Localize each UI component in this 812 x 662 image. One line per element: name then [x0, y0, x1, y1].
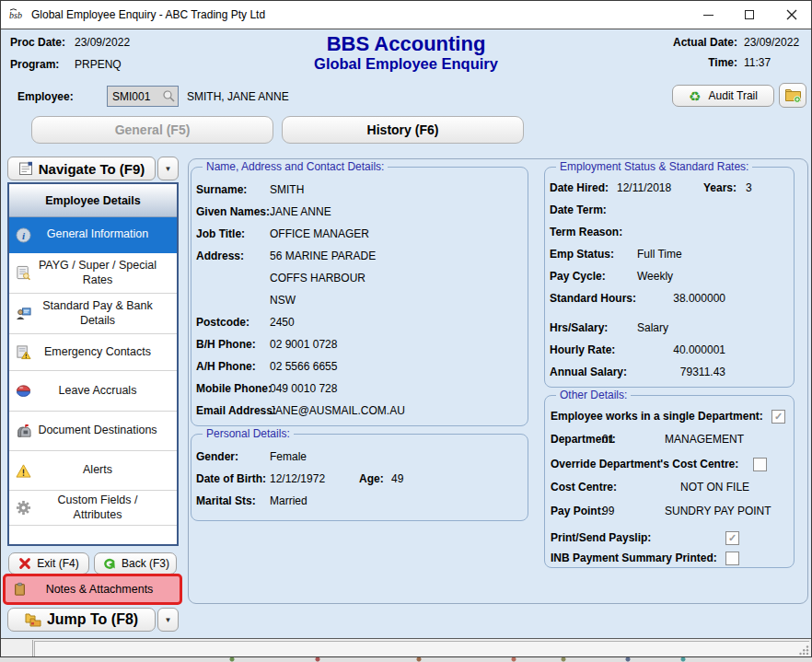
field-value: NSW [270, 294, 296, 307]
field-row: Pay Cycle:Weekly [545, 265, 794, 287]
field-label: Date Term: [550, 203, 607, 216]
sidebar-item-label: General Information [34, 227, 174, 242]
field-value: OFFICE MANAGER [270, 227, 369, 240]
field-value: 02 5566 6655 [270, 360, 337, 373]
clipboard-icon [13, 581, 27, 598]
document-warning-icon [12, 344, 34, 360]
sidebar-item-standard-pay-bank-details[interactable]: Standard Pay & Bank Details [9, 294, 177, 334]
field-value: Full Time [637, 248, 682, 261]
back-button[interactable]: Back (F3) [94, 552, 177, 575]
maximize-button[interactable] [735, 1, 764, 29]
sidebar-item-emergency-contacts[interactable]: Emergency Contacts [9, 334, 177, 371]
employee-code-input[interactable]: SMI001 [107, 86, 179, 107]
field-value: JANE ANNE [270, 205, 331, 218]
age-label: Age: [359, 472, 384, 485]
field-label: Surname: [196, 183, 247, 196]
mailbox-icon [12, 424, 34, 439]
sidebar-item-custom-fields-attributes[interactable]: Custom Fields / Attributes [9, 491, 177, 526]
sphere-icon [12, 383, 34, 399]
field-row: Gender:Female [191, 446, 528, 468]
back-arrow-icon [101, 557, 116, 570]
tab-history[interactable]: History (F6) [282, 116, 524, 144]
chevron-down-icon: ▼ [165, 616, 172, 624]
field-value: 79311.43 [617, 366, 725, 378]
field-label: Pay Cycle: [550, 270, 606, 283]
jump-to-button[interactable]: Jump To (F8) [7, 608, 156, 632]
field-label: Annual Salary: [550, 366, 627, 378]
sidebar-item-alerts[interactable]: Alerts [9, 451, 177, 491]
other-panel-title: Other Details: [556, 389, 631, 401]
years-value: 3 [746, 181, 752, 194]
field-row: Address:56 MARINE PARADE [191, 245, 528, 267]
person-card-icon [12, 306, 34, 321]
field-value: Weekly [637, 270, 673, 283]
navigate-to-button[interactable]: Navigate To (F9) [7, 157, 156, 180]
employment-status-panel: Employment Status & Standard Rates: Date… [544, 167, 795, 388]
field-row: Standard Hours:38.000000 [545, 287, 794, 309]
sidebar-item-document-destinations[interactable]: Document Destinations [9, 412, 177, 451]
field-value: 38.000000 [617, 292, 725, 305]
inb-payment-summary-checkbox[interactable] [725, 552, 739, 565]
field-value: COFFS HARBOUR [270, 272, 365, 285]
sidebar-item-label: Alerts [34, 463, 174, 478]
field-label: Marital Sts: [196, 494, 256, 507]
field-label: Date Hired: [550, 181, 609, 194]
audit-trail-button[interactable]: ♻ Audit Trail [672, 85, 774, 107]
navigate-dropdown-button[interactable]: ▼ [157, 157, 179, 180]
field-label: Date of Birth: [196, 472, 266, 485]
notes-attachments-label: Notes & Attachments [27, 583, 172, 596]
resize-grip[interactable] [798, 645, 809, 656]
sidebar-item-leave-accruals[interactable]: Leave Accruals [9, 371, 177, 412]
sidebar-item-payg-super-special-rates[interactable]: PAYG / Super / Special Rates [9, 253, 177, 294]
field-label: Hourly Rate: [550, 343, 615, 356]
app-logo-icon: bsb [8, 7, 25, 22]
exit-button[interactable]: Exit (F4) [8, 552, 89, 575]
field-label: Postcode: [196, 316, 249, 329]
sidebar-item-general-information[interactable]: i General Information [9, 217, 177, 253]
employee-label: Employee: [17, 90, 74, 103]
pay-point-name: SUNDRY PAY POINT [665, 505, 771, 517]
window-title: Global Employee Enquiry - ABC Trading Pt… [31, 8, 265, 21]
field-label: Hrs/Salary: [550, 321, 608, 334]
field-row: COFFS HARBOUR [191, 267, 528, 289]
field-row: Date of Birth: 12/12/1972 Age: 49 [191, 468, 528, 490]
field-row: A/H Phone:02 5566 6655 [191, 355, 528, 377]
field-label: Email Address: [196, 404, 276, 417]
close-button[interactable] [777, 1, 806, 29]
red-cross-icon [18, 557, 31, 570]
sidebar-navigation-list: Employee Details i General Information P… [7, 182, 179, 546]
field-row: Pay Point: 99 SUNDRY PAY POINT [551, 502, 790, 520]
age-value: 49 [391, 472, 403, 485]
employee-lookup-icon[interactable] [162, 89, 176, 103]
pay-point-code: 99 [602, 505, 614, 517]
field-label: Gender: [196, 450, 238, 463]
jump-dropdown-button[interactable]: ▼ [157, 608, 179, 632]
folder-add-icon [784, 87, 802, 103]
cost-centre-value: NOT ON FILE [680, 481, 749, 494]
field-row: Emp Status:Full Time [545, 243, 794, 265]
time-label: Time: [673, 56, 737, 69]
open-folder-button[interactable] [779, 83, 806, 108]
field-value: Salary [637, 321, 668, 334]
exit-label: Exit (F4) [37, 557, 78, 570]
field-label: Mobile Phone: [196, 382, 272, 395]
field-value: 2450 [270, 316, 295, 329]
field-label: Job Title: [196, 227, 245, 240]
svg-text:bsb: bsb [9, 10, 22, 20]
field-label: Print/Send Payslip: [551, 531, 651, 544]
form-icon [18, 161, 33, 176]
sidebar-item-label: Custom Fields / Attributes [34, 494, 174, 522]
print-send-payslip-checkbox[interactable]: ✓ [725, 531, 739, 545]
field-row: Print/Send Payslip: ✓ [551, 528, 790, 547]
field-label: Emp Status: [550, 248, 614, 261]
field-label: B/H Phone: [196, 338, 256, 351]
field-value: 12/12/1972 [270, 472, 325, 485]
field-value: 02 9001 0728 [270, 338, 337, 351]
notes-attachments-button[interactable]: Notes & Attachments [3, 574, 182, 605]
audit-trail-label: Audit Trail [709, 89, 758, 102]
personal-panel-title: Personal Details: [203, 427, 294, 440]
document-search-icon [12, 265, 34, 281]
single-department-checkbox[interactable]: ✓ [771, 410, 785, 424]
minimize-button[interactable] [693, 1, 723, 29]
override-cost-centre-checkbox[interactable] [753, 458, 767, 471]
